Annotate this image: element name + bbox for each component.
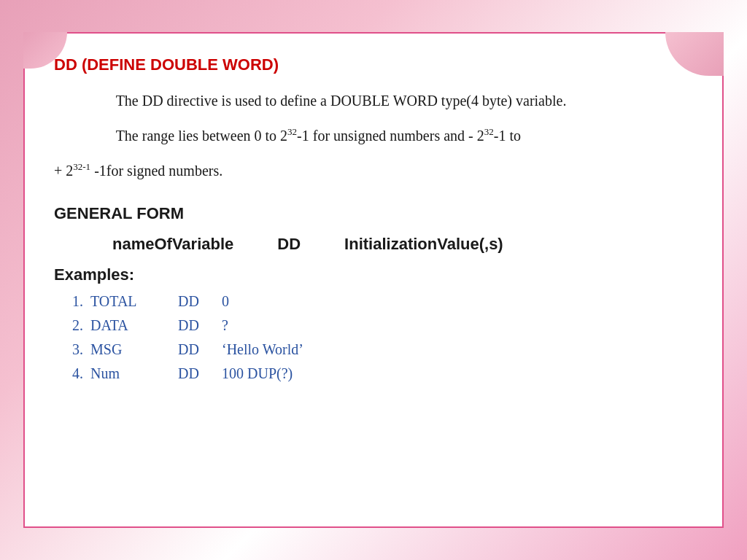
example-val: 0 [222,293,229,310]
paragraph-1: The DD directive is used to define a DOU… [54,89,693,112]
example-var: TOTAL [90,293,178,310]
example-number: 4. [54,365,83,382]
example-item: 1. TOTAL DD 0 [54,293,693,310]
slide-title: DD (DEFINE DOUBLE WORD) [54,55,693,74]
example-dd: DD [178,365,222,382]
example-number: 2. [54,317,83,334]
example-dd: DD [178,293,222,310]
example-list: 1. TOTAL DD 0 2. DATA DD ? 3. MSG DD ‘He… [54,293,693,382]
general-form-col1: nameOfVariable [112,235,233,254]
p3-exp: 32-1 [73,161,90,172]
example-number: 1. [54,293,83,310]
example-dd: DD [178,317,222,334]
example-code: DATA DD ? [90,317,228,334]
example-var: MSG [90,341,178,358]
example-item: 2. DATA DD ? [54,317,693,334]
example-val: ? [222,317,228,334]
p2-mid: -1 for unsigned numbers and - 2 [297,128,484,144]
p3-suffix: -1for signed numbers. [90,163,222,179]
general-form-row: nameOfVariable DD InitializationValue(,s… [112,235,693,254]
example-dd: DD [178,341,222,358]
p3-prefix: + 2 [54,163,73,179]
example-val: 100 DUP(?) [222,365,293,382]
slide-container: DD (DEFINE DOUBLE WORD) The DD directive… [23,32,724,528]
examples-title: Examples: [54,265,693,284]
paragraph-2: The range lies between 0 to 232-1 for un… [54,124,693,147]
p1-text: The DD directive is used to define a DOU… [116,93,567,109]
example-code: Num DD 100 DUP(?) [90,365,293,382]
example-var: DATA [90,317,178,334]
paragraph-3: + 232-1 -1for signed numbers. [54,159,693,182]
p2-exp2: 32 [484,126,494,137]
content-wrapper: DD (DEFINE DOUBLE WORD) The DD directive… [54,55,693,382]
example-number: 3. [54,341,83,358]
p2-exp1: 32 [287,126,297,137]
example-item: 4. Num DD 100 DUP(?) [54,365,693,382]
p2-prefix: The range lies between 0 to 2 [116,128,287,144]
p2-suffix: -1 to [494,128,521,144]
example-code: TOTAL DD 0 [90,293,229,310]
general-form-col2: DD [277,235,301,254]
example-item: 3. MSG DD ‘Hello World’ [54,341,693,358]
example-code: MSG DD ‘Hello World’ [90,341,303,358]
general-form-col3: InitializationValue(,s) [344,235,503,254]
example-val: ‘Hello World’ [222,341,303,358]
general-form-title: GENERAL FORM [54,204,693,223]
example-var: Num [90,365,178,382]
